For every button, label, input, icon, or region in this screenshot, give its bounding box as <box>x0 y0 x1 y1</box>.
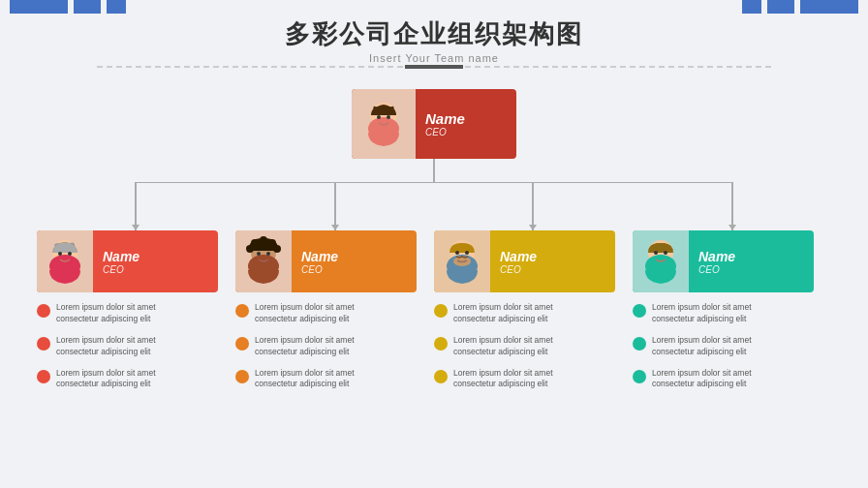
child3-bullets: Lorem ipsum dolor sit ametconsectetur ad… <box>434 302 615 400</box>
bullet-text: Lorem ipsum dolor sit ametconsectetur ad… <box>56 302 156 325</box>
svg-point-28 <box>455 251 459 255</box>
child1-info: Name CEO <box>93 241 149 283</box>
child-node-2: Name CEO <box>235 230 417 292</box>
bar-block-3 <box>107 0 126 14</box>
child-col-4: Name CEO Lorem ipsum dolor sit ametconse… <box>633 230 814 400</box>
svg-marker-9 <box>132 225 140 230</box>
child1-title: CEO <box>103 264 140 275</box>
child3-avatar-icon <box>436 233 488 290</box>
child2-avatar-icon <box>237 233 290 290</box>
bullet-item: Lorem ipsum dolor sit ametconsectetur ad… <box>434 335 615 358</box>
bullet-dot <box>37 370 50 383</box>
svg-point-25 <box>260 236 267 244</box>
bar-block-2 <box>74 0 101 14</box>
bullet-text: Lorem ipsum dolor sit ametconsectetur ad… <box>652 302 752 325</box>
child-col-3: Name CEO Lorem ipsum dolor sit ametconse… <box>434 230 615 400</box>
svg-point-3 <box>387 115 390 119</box>
bullet-item: Lorem ipsum dolor sit ametconsectetur ad… <box>37 302 218 325</box>
svg-point-16 <box>68 252 72 256</box>
svg-point-19 <box>257 252 261 256</box>
child3-avatar <box>434 230 490 292</box>
child-node-4: Name CEO <box>633 230 814 292</box>
child-node-3: Name CEO <box>434 230 615 292</box>
bar-block-5 <box>767 0 794 14</box>
svg-point-23 <box>251 239 259 247</box>
child1-name: Name <box>103 249 140 264</box>
bullet-dot <box>633 370 646 383</box>
child2-info: Name CEO <box>292 241 348 283</box>
root-avatar-icon <box>357 96 410 152</box>
svg-point-29 <box>465 251 469 255</box>
bullet-text: Lorem ipsum dolor sit ametconsectetur ad… <box>56 335 156 358</box>
org-chart: Name CEO <box>0 77 868 469</box>
child4-info: Name CEO <box>689 241 745 283</box>
bullet-dot <box>37 304 50 318</box>
bullet-dot <box>235 370 249 383</box>
child2-avatar <box>235 230 292 292</box>
top-decoration-bar <box>0 0 868 14</box>
svg-point-33 <box>654 251 658 255</box>
svg-point-15 <box>58 252 62 256</box>
divider-line <box>97 66 771 68</box>
child1-bullets: Lorem ipsum dolor sit ametconsectetur ad… <box>37 302 218 400</box>
connector-svg <box>37 182 831 230</box>
svg-marker-12 <box>728 225 736 230</box>
page-title: 多彩公司企业组织架构图 <box>0 17 868 51</box>
bullet-item: Lorem ipsum dolor sit ametconsectetur ad… <box>37 368 218 391</box>
child-col-1: Name CEO Lorem ipsum dolor sit ametconse… <box>37 230 218 400</box>
svg-point-34 <box>664 251 667 255</box>
bullet-dot <box>235 337 249 351</box>
svg-marker-11 <box>529 225 537 230</box>
child1-avatar <box>37 230 93 292</box>
bullet-dot <box>37 337 50 351</box>
root-v-connector <box>433 159 435 182</box>
svg-point-20 <box>266 252 270 256</box>
bullet-item: Lorem ipsum dolor sit ametconsectetur ad… <box>434 368 615 391</box>
root-info: Name CEO <box>416 103 475 145</box>
bullet-item: Lorem ipsum dolor sit ametconsectetur ad… <box>633 302 814 325</box>
bullet-item: Lorem ipsum dolor sit ametconsectetur ad… <box>235 368 417 391</box>
child-node-1: Name CEO <box>37 230 218 292</box>
child3-info: Name CEO <box>490 241 546 283</box>
bullet-dot <box>434 370 448 383</box>
child4-name: Name <box>698 249 735 264</box>
bullet-text: Lorem ipsum dolor sit ametconsectetur ad… <box>255 302 355 325</box>
bullet-text: Lorem ipsum dolor sit ametconsectetur ad… <box>255 335 355 358</box>
bullet-text: Lorem ipsum dolor sit ametconsectetur ad… <box>453 335 553 358</box>
child-col-2: Name CEO Lorem ipsum dolor sit ametconse… <box>235 230 417 400</box>
bullet-dot <box>235 304 249 318</box>
child2-name: Name <box>301 249 338 264</box>
svg-point-2 <box>377 115 381 119</box>
bullet-dot <box>434 304 448 318</box>
child4-avatar-icon <box>635 233 687 290</box>
child2-bullets: Lorem ipsum dolor sit ametconsectetur ad… <box>235 302 417 400</box>
root-avatar <box>352 89 416 159</box>
bullet-item: Lorem ipsum dolor sit ametconsectetur ad… <box>434 302 615 325</box>
root-node: Name CEO <box>352 89 516 159</box>
bullet-dot <box>633 304 646 318</box>
children-row: Name CEO Lorem ipsum dolor sit ametconse… <box>37 230 831 400</box>
bullet-text: Lorem ipsum dolor sit ametconsectetur ad… <box>255 368 355 391</box>
bullet-text: Lorem ipsum dolor sit ametconsectetur ad… <box>652 368 752 391</box>
bullet-text: Lorem ipsum dolor sit ametconsectetur ad… <box>652 335 752 358</box>
tree-connector <box>37 182 831 230</box>
child4-title: CEO <box>698 264 735 275</box>
child3-title: CEO <box>500 264 537 275</box>
bullet-item: Lorem ipsum dolor sit ametconsectetur ad… <box>235 302 417 325</box>
root-name: Name <box>425 110 465 127</box>
root-title: CEO <box>425 127 465 137</box>
svg-marker-10 <box>331 225 339 230</box>
bar-block-4 <box>742 0 761 14</box>
bullet-item: Lorem ipsum dolor sit ametconsectetur ad… <box>633 335 814 358</box>
bullet-dot <box>434 337 448 351</box>
bullet-item: Lorem ipsum dolor sit ametconsectetur ad… <box>37 335 218 358</box>
svg-point-24 <box>268 239 276 247</box>
bullet-dot <box>633 337 646 351</box>
child1-avatar-icon <box>39 233 91 290</box>
page-subtitle: Insert Your Team name <box>0 52 868 64</box>
bar-block-6 <box>800 0 858 14</box>
bar-block-1 <box>10 0 68 14</box>
child2-title: CEO <box>301 264 338 275</box>
bullet-text: Lorem ipsum dolor sit ametconsectetur ad… <box>56 368 156 391</box>
bullet-item: Lorem ipsum dolor sit ametconsectetur ad… <box>633 368 814 391</box>
